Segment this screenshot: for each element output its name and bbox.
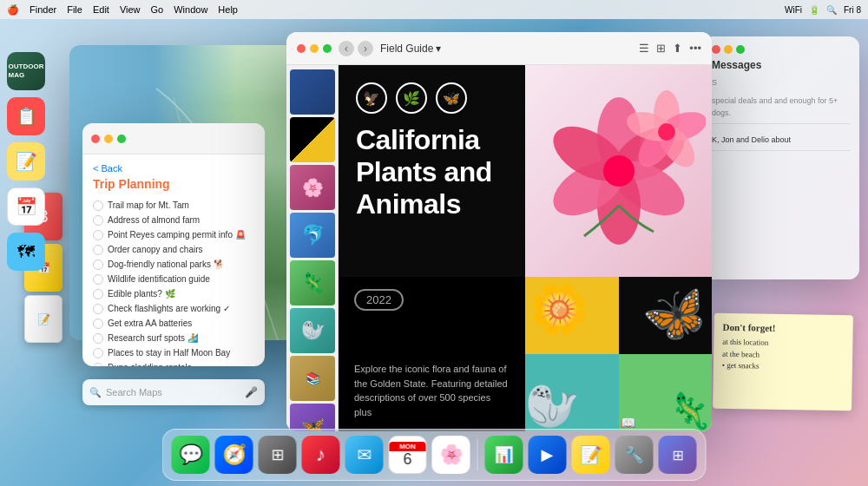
zoom-button[interactable] xyxy=(117,135,126,143)
fg-titlebar: ‹ › Field Guide ▾ ☰ ⊞ ⬆ ••• xyxy=(286,32,712,65)
msg-minimize[interactable] xyxy=(724,45,733,54)
menu-view[interactable]: View xyxy=(120,4,141,15)
fg-share-icon[interactable]: ⬆ xyxy=(673,42,682,55)
list-item: Dog-friendly national parks 🐕 xyxy=(93,257,254,272)
dock-messages-icon[interactable]: 💬 xyxy=(172,436,210,474)
menu-window[interactable]: Window xyxy=(174,4,207,15)
dock-notes-icon[interactable]: 📝 xyxy=(572,436,610,474)
fg-thumb-1[interactable] xyxy=(290,69,335,115)
fg-hero-bottom-left: 2022 Explore the iconic flora and fauna … xyxy=(339,277,525,431)
menu-wifi[interactable]: WiFi xyxy=(785,5,802,15)
calendar-date-label: 6 xyxy=(403,451,411,469)
fg-cell-lizard: 🦎 📖 xyxy=(619,354,713,431)
search-placeholder: Search Maps xyxy=(106,387,162,397)
fg-thumb-8[interactable]: 🦋 xyxy=(290,404,335,431)
menu-finder[interactable]: Finder xyxy=(30,4,56,15)
dock-photos-icon[interactable]: 🌸 xyxy=(432,436,470,474)
sidebar-apps: OUTDOORMAG 📋 📝 📅 🗺 xyxy=(0,38,52,377)
fg-hero-icons: 🦅 🌿 🦋 xyxy=(356,82,508,114)
msg-item-1: special deals and and enough for 5+ dogs… xyxy=(712,90,851,124)
fg-more-icon[interactable]: ••• xyxy=(689,42,701,55)
fg-thumbnail-sidebar: 🌸 🐬 🦎 🦭 📚 🦋 🐸 xyxy=(286,65,339,431)
list-item: Trail map for Mt. Tam xyxy=(93,198,254,213)
fg-hero-black: 🦅 🌿 🦋 California Plants and Animals xyxy=(339,65,525,277)
fg-forward-button[interactable]: › xyxy=(358,41,373,56)
fg-thumb-7[interactable]: 📚 xyxy=(290,356,335,401)
fg-thumb-6[interactable]: 🦭 xyxy=(290,308,335,353)
dock-grid-icon[interactable]: ⊞ xyxy=(659,436,697,474)
fg-close-button[interactable] xyxy=(297,44,306,53)
svg-point-13 xyxy=(658,123,675,141)
music-icon-glyph: ♪ xyxy=(316,443,326,466)
fg-thumb-4[interactable]: 🐬 xyxy=(290,213,335,258)
dock-keynote-icon[interactable]: ▶ xyxy=(529,436,567,474)
list-item: Address of almond farm xyxy=(93,213,254,227)
svg-point-7 xyxy=(603,155,635,187)
menu-go[interactable]: Go xyxy=(151,4,164,15)
safari-icon-glyph: 🧭 xyxy=(222,443,246,466)
fg-list-icon[interactable]: ☰ xyxy=(639,42,649,55)
sticky-content: at this location at the beach • get snac… xyxy=(722,337,845,374)
fg-thumb-2[interactable] xyxy=(290,117,335,162)
fg-thumb-5[interactable]: 🦎 xyxy=(290,260,335,305)
lizard-art-icon: 🦎 xyxy=(668,391,712,431)
menu-help[interactable]: Help xyxy=(218,4,238,15)
reminders-back[interactable]: < Back xyxy=(93,163,254,174)
notes-icon-glyph: 📝 xyxy=(580,444,602,465)
dock-numbers-icon[interactable]: 📊 xyxy=(485,436,523,474)
dock-tools-icon[interactable]: 🔧 xyxy=(615,436,654,474)
sticky-title: Don't forget! xyxy=(723,322,845,334)
sidebar-app-outdoor[interactable]: OUTDOORMAG xyxy=(7,52,45,90)
seal-art-icon: 🦭 xyxy=(525,381,579,431)
butterfly-art-icon: 🦋 xyxy=(635,277,712,353)
minimize-button[interactable] xyxy=(104,135,113,143)
maps-search-bar[interactable]: 🔍 Search Maps 🎤 xyxy=(82,379,265,405)
fg-minimize-button[interactable] xyxy=(310,44,319,53)
messages-window: Messages S special deals and and enough … xyxy=(703,36,859,279)
dock-music-icon[interactable]: ♪ xyxy=(302,436,340,474)
keynote-icon-glyph: ▶ xyxy=(542,445,554,464)
reminders-window: < Back Trip Planning Trail map for Mt. T… xyxy=(82,123,265,366)
fg-zoom-button[interactable] xyxy=(323,44,332,53)
fg-cell-yellow: 🌼 xyxy=(525,277,619,354)
field-guide-window: ‹ › Field Guide ▾ ☰ ⊞ ⬆ ••• 🌸 🐬 🦎 xyxy=(286,32,712,431)
grid-icon-glyph: ⊞ xyxy=(672,447,683,463)
fg-dropdown-icon[interactable]: ▾ xyxy=(436,43,441,55)
fg-nav-buttons: ‹ › xyxy=(339,41,373,56)
dock-separator xyxy=(477,439,478,470)
list-item: Check flashlights are working ✓ xyxy=(93,301,254,316)
desktop: OUTDOORMAG 📋 📝 📅 🗺 Crescent City xyxy=(0,19,868,427)
menu-edit[interactable]: Edit xyxy=(93,4,109,15)
hero-bird-icon: 🦅 xyxy=(356,82,387,114)
menu-battery[interactable]: 🔋 xyxy=(809,5,819,15)
apple-menu[interactable]: 🍎 xyxy=(7,4,19,16)
numbers-icon-glyph: 📊 xyxy=(495,445,514,464)
msg-zoom[interactable] xyxy=(736,45,745,54)
fg-hero-flower xyxy=(525,65,712,277)
menu-search[interactable]: 🔍 xyxy=(826,5,837,15)
dock-calendar-icon[interactable]: MON 6 xyxy=(389,436,427,474)
window-controls xyxy=(91,135,126,143)
msg-close[interactable] xyxy=(712,45,720,54)
close-button[interactable] xyxy=(91,135,100,143)
sidebar-app-calendar[interactable]: 📅 xyxy=(7,187,45,226)
dock-safari-icon[interactable]: 🧭 xyxy=(215,436,253,474)
sticky-note: Don't forget! at this location at the be… xyxy=(713,313,853,411)
fg-window-controls xyxy=(297,44,332,53)
fg-back-button[interactable]: ‹ xyxy=(339,41,354,56)
sidebar-app-notes[interactable]: 📝 xyxy=(7,142,45,181)
dock-launchpad-icon[interactable]: ⊞ xyxy=(259,436,297,474)
menu-file[interactable]: File xyxy=(67,4,82,15)
yellow-flower-icon: 🌼 xyxy=(529,281,589,338)
fg-thumb-3[interactable]: 🌸 xyxy=(290,165,335,210)
sidebar-app-maps[interactable]: 🗺 xyxy=(7,233,45,271)
list-item: Places to stay in Half Moon Bay xyxy=(93,345,254,360)
fg-cell-seal: 🦭 xyxy=(525,354,619,431)
menu-bar-right: WiFi 🔋 🔍 Fri 8 xyxy=(785,5,861,15)
fg-grid-icon[interactable]: ⊞ xyxy=(656,42,666,55)
sidebar-app-reminders[interactable]: 📋 xyxy=(7,97,45,135)
dock-mail-icon[interactable]: ✉ xyxy=(345,436,384,474)
flower-art xyxy=(525,65,712,277)
list-item: Wildlife identification guide xyxy=(93,272,254,286)
messages-icon-glyph: 💬 xyxy=(179,443,202,466)
